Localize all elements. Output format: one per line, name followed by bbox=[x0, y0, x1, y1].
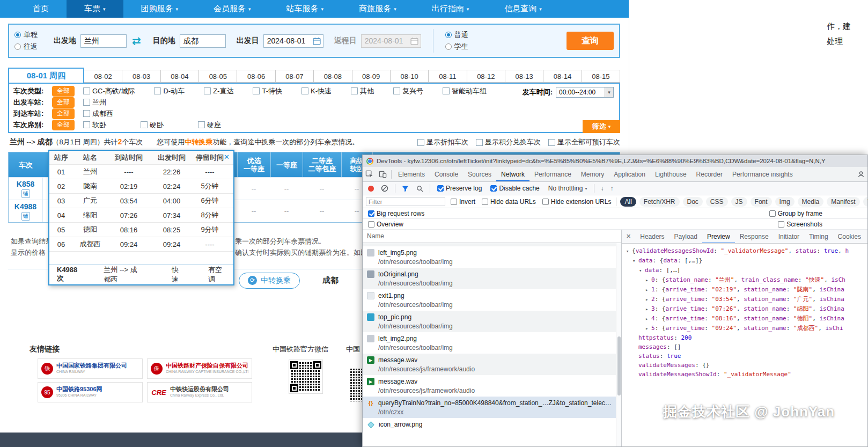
invert-checkbox[interactable]: Invert bbox=[451, 198, 475, 206]
record-button[interactable] bbox=[368, 186, 374, 192]
passenger-type-radio[interactable]: 学生 bbox=[445, 42, 468, 52]
inspect-element-icon[interactable] bbox=[363, 170, 376, 178]
nav-item[interactable]: 出行指南 bbox=[414, 0, 487, 18]
resource-type-chip[interactable]: Fetch/XHR bbox=[639, 197, 680, 207]
devtools-tab-lighthouse[interactable]: Lighthouse bbox=[650, 167, 692, 181]
devtools-tab-sources[interactable]: Sources bbox=[463, 167, 496, 181]
trip-type-radio[interactable]: 往返 bbox=[14, 42, 38, 52]
devtools-tab-performance-insights[interactable]: Performance insights bbox=[727, 167, 798, 181]
resource-type-chip[interactable]: Doc bbox=[683, 197, 703, 207]
nav-item[interactable]: 团购服务 bbox=[123, 0, 196, 18]
json-tree-line[interactable]: status: true bbox=[624, 351, 865, 361]
from-station-input[interactable]: 兰州 bbox=[80, 34, 127, 48]
json-tree-line[interactable]: 2: {arrive_time: "03:54", station_name: … bbox=[624, 295, 865, 304]
detail-tab-headers[interactable]: Headers bbox=[635, 230, 669, 244]
filter-option[interactable]: 软卧 bbox=[83, 120, 106, 130]
filter-option[interactable]: 硬座 bbox=[198, 120, 221, 130]
network-request-row[interactable]: queryByTrainNo?train_no=85000K498840&fro… bbox=[363, 397, 621, 418]
hide-extension-urls-checkbox[interactable]: Hide extension URLs bbox=[542, 198, 612, 206]
date-tab[interactable]: 08-05 bbox=[199, 70, 237, 83]
scrollbar[interactable] bbox=[616, 243, 621, 446]
berth-selection-badge[interactable]: 铺 bbox=[21, 189, 30, 198]
network-request-row[interactable]: top_pic.png/otn/resources/toolbar/img bbox=[363, 311, 621, 332]
network-request-row[interactable]: message.wav/otn/resources/js/framework/a… bbox=[363, 375, 621, 397]
display-option-checkbox[interactable]: 显示折扣车次 bbox=[417, 137, 468, 147]
filter-button[interactable]: 筛选 bbox=[583, 120, 620, 133]
swap-stations-icon[interactable] bbox=[132, 34, 141, 47]
json-tree-line[interactable]: validateMessagesShowId: "_validatorMessa… bbox=[624, 370, 865, 379]
json-tree-line[interactable]: {validateMessagesShowId: "_validatorMess… bbox=[624, 246, 865, 256]
nav-item[interactable]: 会员服务 bbox=[196, 0, 269, 18]
date-tab[interactable]: 08-13 bbox=[505, 70, 543, 83]
resource-type-chip[interactable]: WS bbox=[863, 197, 867, 207]
devtools-tab-performance[interactable]: Performance bbox=[529, 167, 576, 181]
date-tab[interactable]: 08-14 bbox=[543, 70, 582, 83]
to-station-input[interactable]: 成都 bbox=[180, 34, 226, 48]
resource-type-chip[interactable]: Font bbox=[751, 197, 772, 207]
json-tree-line[interactable]: 4: {arrive_time: "08:16", station_name: … bbox=[624, 314, 865, 324]
network-request-row[interactable]: exit1.png/otn/resources/toolbar/img bbox=[363, 289, 621, 311]
berth-selection-badge[interactable]: 铺 bbox=[21, 212, 30, 221]
filter-option[interactable]: 复兴号 bbox=[393, 86, 423, 96]
date-tab[interactable]: 08-11 bbox=[429, 70, 467, 83]
filter-all-badge[interactable]: 全部 bbox=[52, 108, 75, 119]
resource-type-chip[interactable]: JS bbox=[731, 197, 747, 207]
date-tab[interactable]: 08-15 bbox=[582, 70, 620, 83]
filter-all-badge[interactable]: 全部 bbox=[52, 97, 75, 108]
device-toolbar-icon[interactable] bbox=[376, 170, 389, 178]
nav-item[interactable]: 站车服务 bbox=[269, 0, 342, 18]
devtools-tab-elements[interactable]: Elements bbox=[393, 167, 430, 181]
filter-option[interactable]: Z-直达 bbox=[204, 86, 233, 96]
devtools-titlebar[interactable]: DevTools - kyfw.12306.cn/otn/leftTicket/… bbox=[363, 155, 867, 167]
date-tab[interactable]: 08-10 bbox=[391, 70, 429, 83]
search-icon[interactable] bbox=[414, 185, 426, 192]
filter-option[interactable]: 智能动车组 bbox=[443, 86, 487, 96]
throttling-select[interactable]: No throttling bbox=[548, 185, 587, 192]
resource-type-chip[interactable]: All bbox=[620, 197, 636, 207]
depart-date-input[interactable]: 2024-08-01 bbox=[263, 34, 323, 48]
json-tree-line[interactable]: data: [,…] bbox=[624, 266, 865, 275]
network-request-row[interactable]: toOriginal.png/otn/resources/toolbar/img bbox=[363, 268, 621, 289]
resource-type-chip[interactable]: Manifest bbox=[827, 197, 859, 207]
devtools-tab-memory[interactable]: Memory bbox=[576, 167, 609, 181]
partner-link[interactable]: CRE中铁快运股份有限公司China Railway Express Co., … bbox=[147, 382, 252, 402]
display-option-checkbox[interactable]: 显示全部可预订车次 bbox=[548, 137, 620, 147]
detail-tab-preview[interactable]: Preview bbox=[702, 230, 735, 244]
date-tab[interactable]: 08-08 bbox=[314, 70, 352, 83]
clear-icon[interactable] bbox=[378, 185, 391, 192]
json-tree-line[interactable]: validateMessages: {} bbox=[624, 361, 865, 370]
date-tab[interactable]: 08-09 bbox=[352, 70, 391, 83]
filter-option[interactable]: T-特快 bbox=[253, 86, 282, 96]
name-column-header[interactable]: Name bbox=[363, 230, 621, 243]
devtools-tab-recorder[interactable]: Recorder bbox=[692, 167, 727, 181]
transfer-feature-link[interactable]: 中转换乘 bbox=[185, 138, 212, 146]
date-tab[interactable]: 08-12 bbox=[467, 70, 505, 83]
disable-cache-checkbox[interactable]: Disable cache bbox=[490, 185, 539, 192]
preserve-log-checkbox[interactable]: Preserve log bbox=[437, 185, 482, 192]
date-tab-active[interactable]: 08-01 周四 bbox=[8, 68, 84, 83]
filter-option[interactable]: 成都西 bbox=[83, 109, 113, 119]
devtools-tab-network[interactable]: Network bbox=[496, 167, 529, 181]
train-number-link[interactable]: K858 bbox=[17, 180, 34, 188]
network-request-row[interactable]: icon_arrow.png bbox=[363, 418, 621, 439]
return-date-input[interactable]: 2024-08-01 bbox=[361, 34, 421, 48]
overview-checkbox[interactable]: Overview bbox=[368, 221, 403, 228]
filter-all-badge[interactable]: 全部 bbox=[52, 120, 75, 130]
json-tree-line[interactable]: 3: {arrive_time: "07:26", station_name: … bbox=[624, 304, 865, 314]
json-tree-line[interactable]: 0: {station_name: "兰州", train_class_name… bbox=[624, 275, 865, 285]
json-tree-line[interactable]: 5: {arrive_time: "09:24", station_name: … bbox=[624, 324, 865, 333]
filter-icon[interactable] bbox=[399, 185, 411, 192]
detail-tab-payload[interactable]: Payload bbox=[670, 230, 702, 244]
resource-type-chip[interactable]: Img bbox=[775, 197, 795, 207]
devtools-tab-application[interactable]: Application bbox=[609, 167, 650, 181]
big-request-rows-checkbox[interactable]: Big request rows bbox=[368, 210, 424, 217]
network-request-row[interactable]: left_img2.png/otn/resources/toolbar/img bbox=[363, 332, 621, 354]
partner-link[interactable]: 保中国铁路财产保险自保有限公司CHINA RAILWAY CAPTIVE INS… bbox=[147, 358, 252, 379]
date-tab[interactable]: 08-04 bbox=[161, 70, 199, 83]
date-tab[interactable]: 08-06 bbox=[237, 70, 275, 83]
train-number-link[interactable]: K4988 bbox=[14, 202, 36, 211]
date-tab[interactable]: 08-02 bbox=[84, 70, 122, 83]
scrollbar-thumb[interactable] bbox=[617, 336, 621, 395]
close-icon[interactable] bbox=[622, 233, 635, 240]
close-icon[interactable] bbox=[224, 153, 230, 161]
